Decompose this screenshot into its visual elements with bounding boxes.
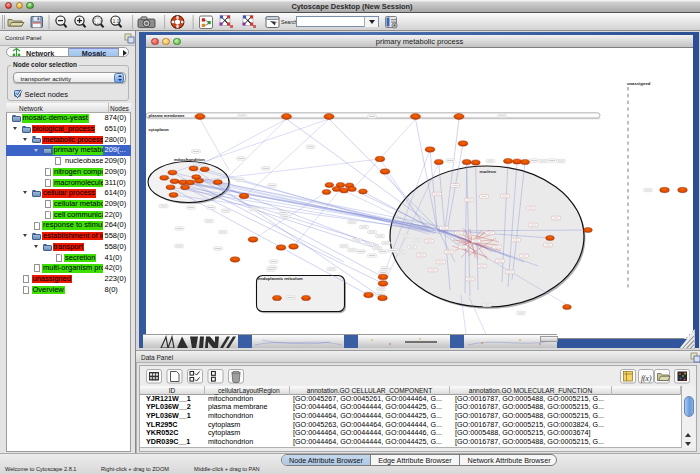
svg-text:f(x): f(x) [641, 374, 652, 383]
svg-text:nucleus: nucleus [480, 169, 497, 174]
svg-text:mitochondrion: mitochondrion [174, 157, 205, 162]
svg-text:plasma membrane: plasma membrane [149, 113, 186, 118]
svg-text:unassigned: unassigned [627, 81, 651, 86]
svg-text:endoplasmic reticulum: endoplasmic reticulum [258, 276, 303, 281]
svg-text:cytoplasm: cytoplasm [149, 127, 170, 132]
